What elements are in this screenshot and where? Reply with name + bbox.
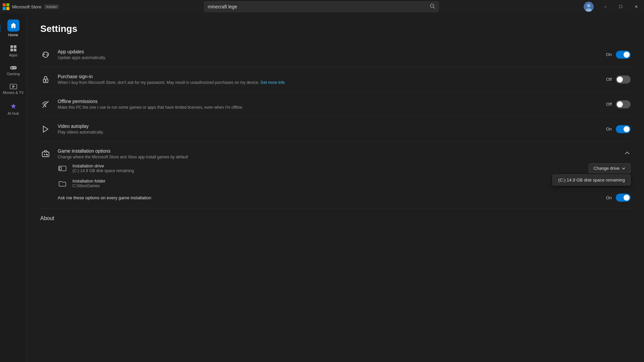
- app-updates-desc: Update apps automatically.: [58, 55, 106, 60]
- app-updates-toggle-label: On: [606, 52, 612, 57]
- installation-drive-row: Installation drive (C:) 14.9 GB disk spa…: [58, 163, 631, 173]
- sidebar-item-movies[interactable]: Movies & TV: [2, 81, 25, 98]
- installation-drive-left: Installation drive (C:) 14.9 GB disk spa…: [58, 163, 134, 173]
- setting-left-offline: Offline permissions Make this PC the one…: [40, 99, 606, 110]
- sidebar-item-aihub-label: AI Hub: [8, 111, 19, 115]
- installation-folder-row: Installation folder C:\XboxGames Change …: [58, 178, 631, 188]
- purchase-signin-toggle[interactable]: [616, 75, 631, 84]
- offline-permissions-toggle[interactable]: [616, 100, 631, 108]
- about-row: About: [40, 209, 631, 228]
- installation-folder-left: Installation folder C:\XboxGames: [58, 178, 105, 188]
- setting-right-purchase: Off: [606, 75, 631, 84]
- app-updates-toggle[interactable]: [616, 51, 631, 59]
- window-controls: – ☐ ✕: [598, 0, 644, 13]
- svg-marker-19: [12, 85, 15, 88]
- installation-folder-desc: C:\XboxGames: [72, 184, 105, 188]
- svg-rect-10: [14, 45, 16, 48]
- installation-folder-title: Installation folder: [72, 178, 105, 184]
- ask-me-label: Ask me these options on every game insta…: [58, 195, 151, 200]
- svg-point-22: [45, 106, 46, 107]
- video-autoplay-toggle[interactable]: [616, 125, 631, 133]
- change-drive-button[interactable]: Change drive: [589, 163, 631, 173]
- sidebar-item-gaming-label: Gaming: [7, 72, 20, 76]
- about-title: About: [40, 215, 631, 221]
- insider-badge: Insider: [44, 4, 59, 9]
- svg-rect-1: [6, 3, 9, 6]
- video-autoplay-text: Video autoplay Play videos automatically…: [58, 123, 104, 135]
- close-button[interactable]: ✕: [629, 0, 644, 13]
- ask-me-right: On: [606, 194, 631, 202]
- offline-permissions-icon: [40, 99, 51, 110]
- titlebar: Microsoft Store Insider – ☐ ✕: [0, 0, 644, 13]
- offline-permissions-text: Offline permissions Make this PC the one…: [58, 99, 243, 110]
- video-autoplay-icon: [40, 124, 51, 135]
- svg-point-7: [587, 4, 590, 7]
- game-installation-header: Game installation options Change where t…: [40, 148, 631, 159]
- sidebar: Home Apps: [0, 13, 27, 362]
- sidebar-item-home-label: Home: [8, 33, 18, 37]
- setting-row-game-installation: Game installation options Change where t…: [40, 142, 631, 209]
- offline-toggle-label: Off: [606, 102, 612, 107]
- svg-rect-12: [14, 49, 16, 51]
- setting-left-game: Game installation options Change where t…: [40, 148, 624, 159]
- home-icon-bg: [7, 19, 19, 32]
- gaming-icon: [10, 65, 17, 70]
- minimize-button[interactable]: –: [598, 0, 613, 13]
- video-autoplay-title: Video autoplay: [58, 123, 104, 129]
- installation-drive-text: Installation drive (C:) 14.9 GB disk spa…: [72, 163, 134, 173]
- svg-rect-3: [6, 7, 9, 10]
- app-updates-text: App updates Update apps automatically.: [58, 49, 106, 60]
- svg-rect-2: [3, 7, 6, 10]
- sidebar-item-apps-label: Apps: [9, 53, 17, 57]
- svg-line-5: [433, 7, 435, 8]
- expand-collapse-icon[interactable]: [624, 150, 631, 158]
- app-body: Home Apps: [0, 13, 644, 362]
- setting-row-app-updates: App updates Update apps automatically. O…: [40, 42, 631, 67]
- ask-me-toggle[interactable]: [616, 194, 631, 202]
- sidebar-item-home[interactable]: Home: [2, 16, 25, 40]
- setting-row-video-autoplay: Video autoplay Play videos automatically…: [40, 117, 631, 142]
- svg-marker-23: [43, 126, 48, 132]
- game-installation-expanded: Installation drive (C:) 14.9 GB disk spa…: [40, 159, 631, 202]
- page-title: Settings: [40, 23, 631, 34]
- settings-list: App updates Update apps automatically. O…: [40, 42, 631, 228]
- maximize-button[interactable]: ☐: [613, 0, 629, 13]
- svg-rect-24: [42, 152, 49, 157]
- sidebar-item-aihub[interactable]: AI Hub: [2, 99, 25, 119]
- search-bar[interactable]: [204, 1, 439, 12]
- app-updates-title: App updates: [58, 49, 106, 54]
- setting-left: App updates Update apps automatically.: [40, 49, 606, 60]
- offline-permissions-desc: Make this PC the one I use to run some g…: [58, 105, 243, 110]
- change-drive-label: Change drive: [594, 166, 620, 171]
- game-installation-icon: [40, 149, 51, 159]
- titlebar-left: Microsoft Store Insider: [3, 3, 59, 10]
- purchase-signin-desc: When I buy from Microsoft Store, don't a…: [58, 80, 285, 85]
- installation-drive-desc: (C:) 14.9 GB disk space remaining: [72, 168, 134, 173]
- video-autoplay-desc: Play videos automatically.: [58, 130, 104, 135]
- svg-rect-15: [11, 67, 12, 68]
- titlebar-controls: – ☐ ✕: [584, 0, 644, 13]
- sidebar-item-apps[interactable]: Apps: [2, 42, 25, 60]
- movies-icon: [10, 84, 17, 89]
- purchase-signin-icon: [40, 74, 51, 85]
- video-toggle-label: On: [606, 126, 612, 132]
- ms-store-logo: [3, 3, 9, 10]
- svg-point-28: [47, 155, 48, 155]
- purchase-signin-toggle-label: Off: [606, 77, 612, 82]
- search-input[interactable]: [208, 4, 430, 9]
- main-content: Settings App updates Update: [27, 13, 644, 362]
- offline-permissions-title: Offline permissions: [58, 99, 243, 104]
- search-icon: [430, 3, 435, 10]
- setting-left-purchase: Purchase sign-in When I buy from Microso…: [40, 74, 606, 85]
- drive-dropdown: (C:) 14.9 GB disk space remaining: [552, 174, 631, 186]
- avatar[interactable]: [584, 2, 594, 12]
- svg-point-17: [14, 68, 15, 68]
- setting-row-purchase-signin: Purchase sign-in When I buy from Microso…: [40, 67, 631, 92]
- svg-rect-9: [10, 45, 13, 48]
- svg-rect-30: [59, 167, 61, 170]
- game-installation-text: Game installation options Change where t…: [58, 148, 188, 159]
- sidebar-item-gaming[interactable]: Gaming: [2, 62, 25, 79]
- setting-left-video: Video autoplay Play videos automatically…: [40, 123, 606, 135]
- aihub-icon: [10, 103, 17, 110]
- get-more-info-link[interactable]: Get more info: [261, 80, 285, 85]
